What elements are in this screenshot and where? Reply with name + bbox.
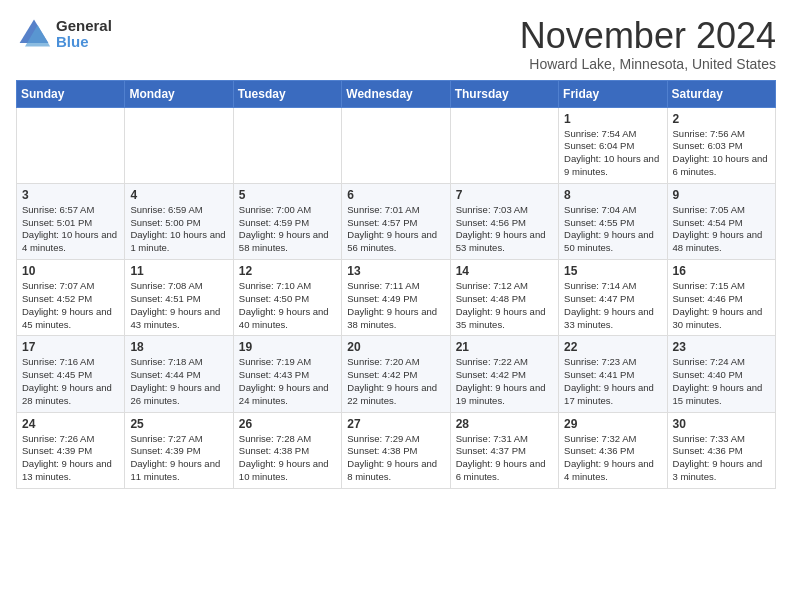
day-cell: 26Sunrise: 7:28 AM Sunset: 4:38 PM Dayli… [233, 412, 341, 488]
day-info: Sunrise: 7:24 AM Sunset: 4:40 PM Dayligh… [673, 356, 770, 407]
day-cell: 22Sunrise: 7:23 AM Sunset: 4:41 PM Dayli… [559, 336, 667, 412]
day-cell: 30Sunrise: 7:33 AM Sunset: 4:36 PM Dayli… [667, 412, 775, 488]
day-number: 13 [347, 264, 444, 278]
day-cell [17, 107, 125, 183]
calendar-table: SundayMondayTuesdayWednesdayThursdayFrid… [16, 80, 776, 489]
day-cell: 19Sunrise: 7:19 AM Sunset: 4:43 PM Dayli… [233, 336, 341, 412]
day-number: 1 [564, 112, 661, 126]
day-cell [233, 107, 341, 183]
day-info: Sunrise: 7:04 AM Sunset: 4:55 PM Dayligh… [564, 204, 661, 255]
logo-blue-text: Blue [56, 34, 112, 51]
header-cell-tuesday: Tuesday [233, 80, 341, 107]
day-number: 24 [22, 417, 119, 431]
day-info: Sunrise: 6:57 AM Sunset: 5:01 PM Dayligh… [22, 204, 119, 255]
month-title: November 2024 [520, 16, 776, 56]
day-cell: 11Sunrise: 7:08 AM Sunset: 4:51 PM Dayli… [125, 260, 233, 336]
logo-text: General Blue [56, 18, 112, 51]
day-number: 2 [673, 112, 770, 126]
day-info: Sunrise: 7:18 AM Sunset: 4:44 PM Dayligh… [130, 356, 227, 407]
day-cell: 4Sunrise: 6:59 AM Sunset: 5:00 PM Daylig… [125, 183, 233, 259]
day-cell [125, 107, 233, 183]
day-number: 14 [456, 264, 553, 278]
day-cell [450, 107, 558, 183]
day-info: Sunrise: 7:14 AM Sunset: 4:47 PM Dayligh… [564, 280, 661, 331]
day-info: Sunrise: 7:31 AM Sunset: 4:37 PM Dayligh… [456, 433, 553, 484]
day-number: 30 [673, 417, 770, 431]
day-number: 15 [564, 264, 661, 278]
day-number: 8 [564, 188, 661, 202]
day-cell: 15Sunrise: 7:14 AM Sunset: 4:47 PM Dayli… [559, 260, 667, 336]
day-cell: 28Sunrise: 7:31 AM Sunset: 4:37 PM Dayli… [450, 412, 558, 488]
header-cell-wednesday: Wednesday [342, 80, 450, 107]
day-cell: 9Sunrise: 7:05 AM Sunset: 4:54 PM Daylig… [667, 183, 775, 259]
week-row-2: 10Sunrise: 7:07 AM Sunset: 4:52 PM Dayli… [17, 260, 776, 336]
logo-icon [16, 16, 52, 52]
day-cell: 23Sunrise: 7:24 AM Sunset: 4:40 PM Dayli… [667, 336, 775, 412]
day-info: Sunrise: 6:59 AM Sunset: 5:00 PM Dayligh… [130, 204, 227, 255]
day-cell: 2Sunrise: 7:56 AM Sunset: 6:03 PM Daylig… [667, 107, 775, 183]
day-info: Sunrise: 7:33 AM Sunset: 4:36 PM Dayligh… [673, 433, 770, 484]
day-number: 20 [347, 340, 444, 354]
day-info: Sunrise: 7:26 AM Sunset: 4:39 PM Dayligh… [22, 433, 119, 484]
day-info: Sunrise: 7:11 AM Sunset: 4:49 PM Dayligh… [347, 280, 444, 331]
day-number: 21 [456, 340, 553, 354]
day-number: 10 [22, 264, 119, 278]
day-info: Sunrise: 7:10 AM Sunset: 4:50 PM Dayligh… [239, 280, 336, 331]
day-cell: 5Sunrise: 7:00 AM Sunset: 4:59 PM Daylig… [233, 183, 341, 259]
day-info: Sunrise: 7:29 AM Sunset: 4:38 PM Dayligh… [347, 433, 444, 484]
day-number: 29 [564, 417, 661, 431]
day-cell: 7Sunrise: 7:03 AM Sunset: 4:56 PM Daylig… [450, 183, 558, 259]
day-number: 9 [673, 188, 770, 202]
day-info: Sunrise: 7:27 AM Sunset: 4:39 PM Dayligh… [130, 433, 227, 484]
day-number: 3 [22, 188, 119, 202]
day-number: 22 [564, 340, 661, 354]
day-info: Sunrise: 7:00 AM Sunset: 4:59 PM Dayligh… [239, 204, 336, 255]
day-number: 26 [239, 417, 336, 431]
day-number: 25 [130, 417, 227, 431]
header-cell-monday: Monday [125, 80, 233, 107]
day-number: 12 [239, 264, 336, 278]
day-info: Sunrise: 7:20 AM Sunset: 4:42 PM Dayligh… [347, 356, 444, 407]
day-cell: 13Sunrise: 7:11 AM Sunset: 4:49 PM Dayli… [342, 260, 450, 336]
day-number: 11 [130, 264, 227, 278]
day-info: Sunrise: 7:05 AM Sunset: 4:54 PM Dayligh… [673, 204, 770, 255]
location: Howard Lake, Minnesota, United States [520, 56, 776, 72]
week-row-1: 3Sunrise: 6:57 AM Sunset: 5:01 PM Daylig… [17, 183, 776, 259]
week-row-0: 1Sunrise: 7:54 AM Sunset: 6:04 PM Daylig… [17, 107, 776, 183]
day-info: Sunrise: 7:01 AM Sunset: 4:57 PM Dayligh… [347, 204, 444, 255]
week-row-3: 17Sunrise: 7:16 AM Sunset: 4:45 PM Dayli… [17, 336, 776, 412]
day-cell: 8Sunrise: 7:04 AM Sunset: 4:55 PM Daylig… [559, 183, 667, 259]
day-info: Sunrise: 7:32 AM Sunset: 4:36 PM Dayligh… [564, 433, 661, 484]
calendar-header: SundayMondayTuesdayWednesdayThursdayFrid… [17, 80, 776, 107]
day-cell: 12Sunrise: 7:10 AM Sunset: 4:50 PM Dayli… [233, 260, 341, 336]
day-number: 4 [130, 188, 227, 202]
day-cell: 17Sunrise: 7:16 AM Sunset: 4:45 PM Dayli… [17, 336, 125, 412]
day-cell: 3Sunrise: 6:57 AM Sunset: 5:01 PM Daylig… [17, 183, 125, 259]
day-info: Sunrise: 7:16 AM Sunset: 4:45 PM Dayligh… [22, 356, 119, 407]
title-block: November 2024 Howard Lake, Minnesota, Un… [520, 16, 776, 72]
day-info: Sunrise: 7:28 AM Sunset: 4:38 PM Dayligh… [239, 433, 336, 484]
logo-general-text: General [56, 18, 112, 35]
day-cell: 27Sunrise: 7:29 AM Sunset: 4:38 PM Dayli… [342, 412, 450, 488]
day-info: Sunrise: 7:07 AM Sunset: 4:52 PM Dayligh… [22, 280, 119, 331]
day-info: Sunrise: 7:03 AM Sunset: 4:56 PM Dayligh… [456, 204, 553, 255]
day-info: Sunrise: 7:19 AM Sunset: 4:43 PM Dayligh… [239, 356, 336, 407]
day-info: Sunrise: 7:12 AM Sunset: 4:48 PM Dayligh… [456, 280, 553, 331]
calendar-body: 1Sunrise: 7:54 AM Sunset: 6:04 PM Daylig… [17, 107, 776, 488]
day-number: 19 [239, 340, 336, 354]
day-number: 16 [673, 264, 770, 278]
day-cell: 6Sunrise: 7:01 AM Sunset: 4:57 PM Daylig… [342, 183, 450, 259]
day-info: Sunrise: 7:22 AM Sunset: 4:42 PM Dayligh… [456, 356, 553, 407]
day-number: 18 [130, 340, 227, 354]
header-cell-sunday: Sunday [17, 80, 125, 107]
day-info: Sunrise: 7:56 AM Sunset: 6:03 PM Dayligh… [673, 128, 770, 179]
day-number: 28 [456, 417, 553, 431]
day-cell: 16Sunrise: 7:15 AM Sunset: 4:46 PM Dayli… [667, 260, 775, 336]
logo: General Blue [16, 16, 112, 52]
day-info: Sunrise: 7:23 AM Sunset: 4:41 PM Dayligh… [564, 356, 661, 407]
day-info: Sunrise: 7:08 AM Sunset: 4:51 PM Dayligh… [130, 280, 227, 331]
day-cell: 18Sunrise: 7:18 AM Sunset: 4:44 PM Dayli… [125, 336, 233, 412]
header-cell-friday: Friday [559, 80, 667, 107]
day-cell: 29Sunrise: 7:32 AM Sunset: 4:36 PM Dayli… [559, 412, 667, 488]
day-info: Sunrise: 7:54 AM Sunset: 6:04 PM Dayligh… [564, 128, 661, 179]
